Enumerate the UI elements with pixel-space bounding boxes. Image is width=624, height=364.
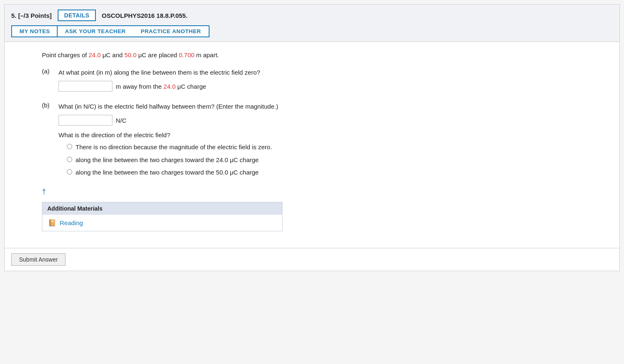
charge2-value: 50.0 <box>124 51 136 58</box>
reading-link[interactable]: 📔 Reading <box>48 219 276 227</box>
unit3-text: m apart. <box>195 51 219 58</box>
part-a-input[interactable] <box>58 81 112 92</box>
part-b-block: (b) What (in N/C) is the electric field … <box>42 102 607 177</box>
question-number: 5. [–/3 Points] <box>11 12 52 19</box>
practice-another-button[interactable]: PRACTICE ANOTHER <box>133 25 209 37</box>
header-bar: 5. [–/3 Points] DETAILS OSCOLPHYS2016 18… <box>5 5 619 42</box>
additional-materials-header: Additional Materials <box>42 202 282 215</box>
problem-intro-text: Point charges of 24.0 μC and 50.0 μC are… <box>42 50 607 60</box>
part-b-answer-row: N/C <box>58 115 607 126</box>
my-notes-button[interactable]: MY NOTES <box>11 25 58 37</box>
radio-option-3[interactable] <box>67 169 72 175</box>
part-b-label-row: (b) What (in N/C) is the electric field … <box>42 102 607 112</box>
radio-options: There is no direction because the magnit… <box>67 143 607 177</box>
problem-id: OSCOLPHYS2016 18.8.P.055. <box>102 12 188 19</box>
part-b-input[interactable] <box>58 115 112 126</box>
radio-label-3: along the line between the two charges t… <box>76 168 258 177</box>
submit-answer-button[interactable]: Submit Answer <box>11 253 66 266</box>
part-b-unit: N/C <box>116 117 127 124</box>
reading-label: Reading <box>60 219 83 226</box>
charge1-value: 24.0 <box>89 51 101 58</box>
header-row2: MY NOTES ASK YOUR TEACHER PRACTICE ANOTH… <box>11 25 613 37</box>
dagger-symbol: † <box>42 187 607 196</box>
part-a-charge-ref: 24.0 <box>163 83 176 90</box>
footer-bar: Submit Answer <box>5 248 619 271</box>
unit1-text: μC and <box>101 51 124 58</box>
radio-item-3: along the line between the two charges t… <box>67 168 607 177</box>
radio-item-1: There is no direction because the magnit… <box>67 143 607 152</box>
part-a-question: At what point (in m) along the line betw… <box>58 68 260 78</box>
ask-teacher-button[interactable]: ASK YOUR TEACHER <box>57 25 134 37</box>
radio-option-1[interactable] <box>67 144 72 149</box>
part-b-question: What (in N/C) is the electric field half… <box>58 102 278 112</box>
part-a-label-row: (a) At what point (in m) along the line … <box>42 68 607 78</box>
intro-text-static: Point charges of <box>42 51 89 58</box>
radio-label-2: along the line between the two charges t… <box>76 155 258 165</box>
additional-materials-box: Additional Materials 📔 Reading <box>42 202 283 231</box>
part-a-answer-row: m away from the 24.0 μC charge <box>58 81 607 92</box>
dagger-text: † <box>42 187 46 196</box>
details-button[interactable]: DETAILS <box>58 10 96 21</box>
radio-label-1: There is no direction because the magnit… <box>76 143 272 152</box>
part-a-unit: m away from the 24.0 μC charge <box>116 83 206 90</box>
direction-label: What is the direction of the electric fi… <box>58 131 607 138</box>
radio-item-2: along the line between the two charges t… <box>67 155 607 165</box>
unit2-text: μC are placed <box>136 51 179 58</box>
additional-materials-body: 📔 Reading <box>42 215 282 231</box>
header-row1: 5. [–/3 Points] DETAILS OSCOLPHYS2016 18… <box>11 10 613 21</box>
part-a-block: (a) At what point (in m) along the line … <box>42 68 607 92</box>
page-wrapper: 5. [–/3 Points] DETAILS OSCOLPHYS2016 18… <box>4 4 620 271</box>
content-area: Point charges of 24.0 μC and 50.0 μC are… <box>5 42 619 248</box>
book-icon: 📔 <box>48 219 56 227</box>
distance-value: 0.700 <box>179 51 195 58</box>
part-b-label: (b) <box>42 102 54 109</box>
radio-option-2[interactable] <box>67 157 72 162</box>
part-a-label: (a) <box>42 68 54 75</box>
